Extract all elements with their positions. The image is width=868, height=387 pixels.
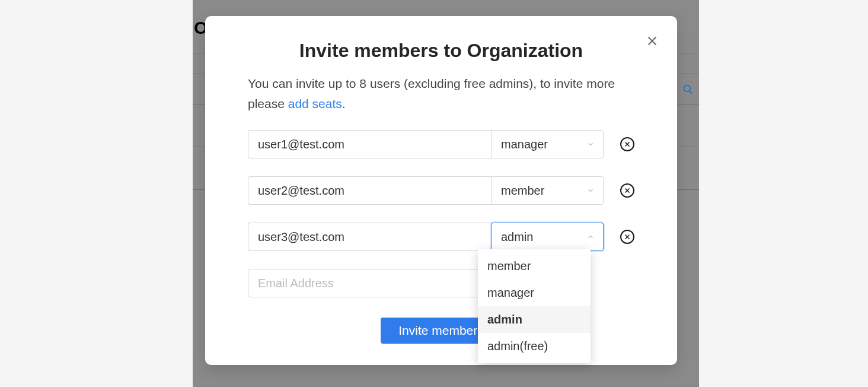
role-select-value: manager <box>501 138 548 151</box>
chevron-down-icon <box>586 186 595 195</box>
role-select-value: member <box>501 184 544 198</box>
invite-row: manager <box>248 130 634 158</box>
modal-description: You can invite up to 8 users (excluding … <box>248 74 634 113</box>
remove-row-button[interactable] <box>620 137 634 151</box>
add-seats-link[interactable]: add seats <box>288 97 342 110</box>
role-select-value: admin <box>501 230 533 244</box>
role-dropdown: member manager admin admin(free) <box>478 249 591 363</box>
invite-members-modal: Invite members to Organization You can i… <box>205 16 677 365</box>
invite-row: admin <box>248 223 634 251</box>
role-option-manager[interactable]: manager <box>478 280 591 306</box>
role-option-member[interactable]: member <box>478 253 591 280</box>
role-select[interactable]: admin <box>491 223 604 251</box>
invite-row: member <box>248 176 634 205</box>
modal-title: Invite members to Organization <box>248 40 634 62</box>
role-option-admin-free[interactable]: admin(free) <box>478 333 591 360</box>
role-option-admin[interactable]: admin <box>478 306 591 333</box>
search-icon[interactable] <box>682 83 694 95</box>
svg-line-1 <box>690 91 693 94</box>
chevron-up-icon <box>586 233 595 241</box>
svg-point-0 <box>684 85 690 91</box>
close-icon[interactable] <box>644 33 660 49</box>
email-field[interactable] <box>248 176 491 205</box>
desc-text-suffix: . <box>342 97 346 110</box>
email-field[interactable] <box>248 130 491 158</box>
chevron-down-icon <box>586 140 595 148</box>
email-field[interactable] <box>248 223 491 251</box>
role-select[interactable]: member <box>491 176 604 205</box>
remove-row-button[interactable] <box>620 230 634 244</box>
remove-row-button[interactable] <box>620 183 634 198</box>
role-select[interactable]: manager <box>491 130 604 158</box>
